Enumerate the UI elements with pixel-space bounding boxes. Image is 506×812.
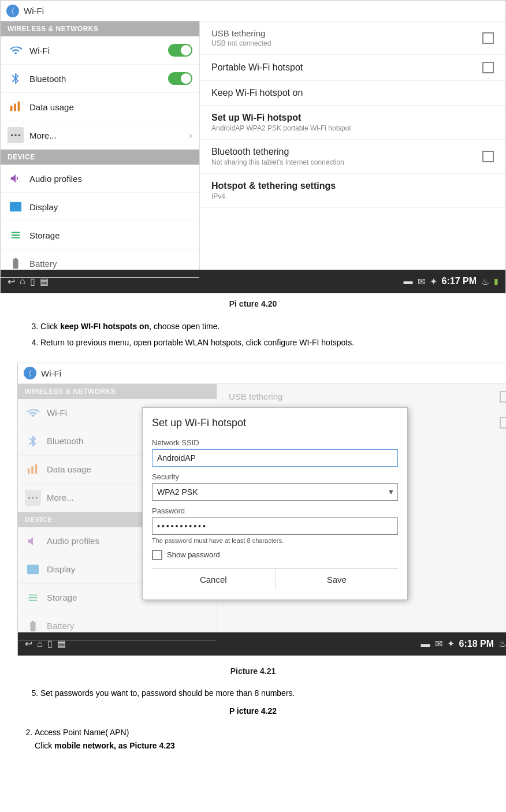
app-icon: 〈 <box>6 5 19 17</box>
bluetooth-icon <box>8 70 24 87</box>
main-content: WIRELESS & NETWORKS Wi-Fi I Bluetooth I <box>1 21 505 270</box>
battery-item-2: Battery <box>18 612 217 640</box>
svg-rect-7 <box>31 466 34 474</box>
usb-tethering-item[interactable]: USB tethering USB not connected <box>200 21 505 55</box>
section-device-header: DEVICE <box>1 150 199 165</box>
more-label: More... <box>29 131 189 140</box>
svg-rect-6 <box>28 468 30 474</box>
portable-wifi-primary: Portable Wi-Fi hotspot <box>211 62 303 73</box>
section-wireless-header: WIRELESS & NETWORKS <box>1 21 199 36</box>
usb-tethering-secondary: USB not connected <box>211 39 271 47</box>
svg-rect-8 <box>35 464 38 474</box>
setup-wifi-secondary: AndroidAP WPA2 PSK portable Wi-Fi hotspo… <box>211 124 351 132</box>
sidebar-item-storage[interactable]: Storage <box>1 221 199 249</box>
usb-tethering-checkbox[interactable] <box>482 32 494 44</box>
instructions-2: Set passwords you want to, password shou… <box>0 685 506 704</box>
hotspot-settings-item[interactable]: Hotspot & tethering settings IPv4 <box>200 174 505 208</box>
svg-rect-0 <box>10 106 13 111</box>
portable-wifi-checkbox[interactable] <box>482 62 494 73</box>
sidebar-item-wifi[interactable]: Wi-Fi I <box>1 36 199 65</box>
wifi-toggle[interactable]: I <box>168 44 192 57</box>
bt-status-icon: ✦ <box>430 276 437 287</box>
portable-wifi-item[interactable]: Portable Wi-Fi hotspot <box>200 55 505 81</box>
status-time-1: 6:17 PM <box>442 276 477 286</box>
title-bar: 〈 Wi-Fi <box>1 1 505 21</box>
sidebar-item-data-usage[interactable]: Data usage <box>1 93 199 121</box>
security-select[interactable]: WPA2 PSK None WPA PSK <box>152 483 398 501</box>
wifi-label: Wi-Fi <box>29 46 168 55</box>
show-password-label: Show password <box>167 550 220 559</box>
svg-point-10 <box>32 497 34 499</box>
title-bar-2: 〈 Wi-Fi <box>18 363 506 384</box>
bt-tethering-checkbox[interactable] <box>482 151 494 162</box>
app-icon-2: 〈 <box>24 367 36 379</box>
title-bar-text: Wi-Fi <box>24 6 44 16</box>
bt-tethering-item[interactable]: Bluetooth tethering Not sharing this tab… <box>200 140 505 174</box>
caption-3: P icture 4.22 <box>0 704 506 724</box>
setup-wifi-item[interactable]: Set up Wi-Fi hotspot AndroidAP WPA2 PSK … <box>200 106 505 140</box>
keep-wifi-item[interactable]: Keep Wi-Fi hotspot on <box>200 81 505 106</box>
setup-wifi-primary: Set up Wi-Fi hotspot <box>211 113 351 123</box>
cancel-button[interactable]: Cancel <box>152 569 276 590</box>
storage-label: Storage <box>29 230 192 240</box>
title-bar-text-2: Wi-Fi <box>41 368 61 378</box>
wifi-status-icon-2: ♨ <box>498 638 506 649</box>
sidebar-item-display[interactable]: Display <box>1 193 199 221</box>
password-label: Password <box>152 506 398 515</box>
screenshot-1: 〈 Wi-Fi WIRELESS & NETWORKS Wi-Fi I <box>0 0 506 293</box>
battery-label: Battery <box>29 259 192 269</box>
dialog-title: Set up Wi-Fi hotspot <box>152 417 398 429</box>
sidebar-item-audio[interactable]: Audio profiles <box>1 165 199 193</box>
dialog-buttons: Cancel Save <box>152 568 398 590</box>
screen-icon: ▬ <box>404 276 413 286</box>
save-button[interactable]: Save <box>276 569 399 590</box>
show-password-checkbox[interactable] <box>152 550 162 560</box>
main-content-2: WIRELESS & NETWORKS Wi-Fi Bluetooth Data… <box>18 384 506 632</box>
screenshot-2-wrapper: 〈 Wi-Fi WIRELESS & NETWORKS Wi-Fi Blueto… <box>0 358 506 661</box>
security-select-wrap: WPA2 PSK None WPA PSK ▼ <box>152 483 398 501</box>
display-label: Display <box>29 202 192 212</box>
hotspot-settings-primary: Hotspot & tethering settings <box>211 181 336 191</box>
data-usage-label: Data usage <box>29 102 192 112</box>
svg-point-3 <box>11 134 13 136</box>
msg-icon: ✉ <box>418 276 425 287</box>
instruction-4: Return to previous menu, open portable W… <box>40 336 489 350</box>
section-2-bold: mobile network, as Picture 4.23 <box>54 741 175 750</box>
more-icon <box>8 127 24 143</box>
network-ssid-input[interactable] <box>152 449 398 467</box>
caption-2: Picture 4.21 <box>0 661 506 685</box>
svg-rect-1 <box>14 104 16 111</box>
right-panel: USB tethering USB not connected Portable… <box>200 21 505 270</box>
show-password-row: Show password <box>152 550 398 560</box>
battery-icon <box>8 255 24 271</box>
bt-status-icon-2: ✦ <box>447 638 455 649</box>
wifi-icon <box>8 42 24 58</box>
data-usage-icon <box>8 99 24 115</box>
msg-icon-2: ✉ <box>435 638 442 649</box>
audio-icon <box>8 170 24 187</box>
sidebar-item-bluetooth[interactable]: Bluetooth I <box>1 65 199 93</box>
sidebar-item-battery[interactable]: Battery <box>1 249 199 278</box>
caption-1: Pi cture 4.20 <box>0 293 506 318</box>
password-hint: The password must have at least 8 charac… <box>152 537 398 544</box>
screen-icon-2: ▬ <box>421 639 430 649</box>
wifi-status-icon: ♨ <box>481 276 489 287</box>
instruction-5: Set passwords you want to, password shou… <box>40 688 489 698</box>
sidebar-item-more[interactable]: More... › <box>1 121 199 150</box>
svg-rect-2 <box>18 102 20 111</box>
storage-icon <box>8 227 24 243</box>
password-input[interactable] <box>152 517 398 535</box>
section-2-item: Access Point Name( APN) Click mobile net… <box>35 726 489 754</box>
display-icon <box>8 199 24 215</box>
network-ssid-label: Network SSID <box>152 438 398 447</box>
instruction-3-bold: keep WI-FI hotspots on <box>60 322 149 331</box>
bt-tethering-primary: Bluetooth tethering <box>211 147 344 157</box>
keep-wifi-primary: Keep Wi-Fi hotspot on <box>211 88 303 98</box>
status-time-2: 6:18 PM <box>459 639 494 649</box>
security-label: Security <box>152 472 398 481</box>
setup-wifi-dialog: Set up Wi-Fi hotspot Network SSID Securi… <box>142 407 408 600</box>
instruction-3: Click keep WI-FI hotspots on, choose ope… <box>40 320 489 334</box>
section-2: Access Point Name( APN) Click mobile net… <box>0 724 506 756</box>
bluetooth-toggle[interactable]: I <box>168 72 192 85</box>
bluetooth-label: Bluetooth <box>29 74 168 84</box>
